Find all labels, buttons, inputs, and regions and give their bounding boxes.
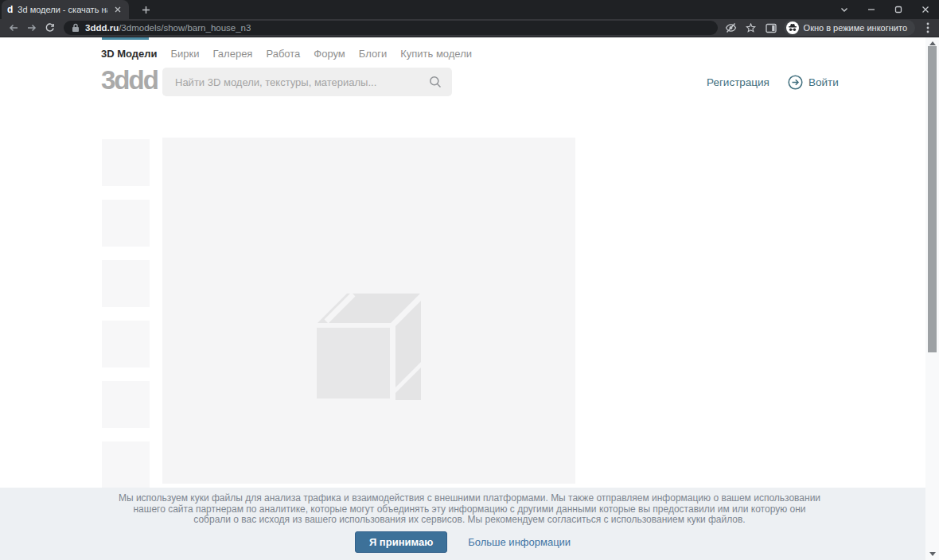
cookie-banner: Мы используем куки файлы для анализа тра… <box>0 488 939 560</box>
new-tab-button[interactable] <box>135 0 156 19</box>
search-bar <box>162 68 452 96</box>
side-panel-icon[interactable] <box>764 21 778 35</box>
incognito-label: Окно в режиме инкогнито <box>804 23 907 33</box>
browser-tab[interactable]: d 3d модели - скачать на 3ddd.ru <box>2 0 129 19</box>
cookie-message: Мы используем куки файлы для анализа тра… <box>115 493 824 526</box>
nav-item-gallery[interactable]: Галерея <box>213 48 253 60</box>
search-icon[interactable] <box>429 76 442 91</box>
back-icon[interactable] <box>4 20 22 36</box>
login-arrow-icon <box>788 75 803 90</box>
site-nav: 3D Модели Бирки Галерея Работа Форум Бло… <box>101 48 472 60</box>
scroll-down-icon[interactable] <box>925 548 939 560</box>
forward-icon[interactable] <box>22 20 41 36</box>
cube-placeholder-icon <box>315 292 423 400</box>
incognito-avatar-icon <box>786 21 799 34</box>
url-domain: 3ddd.ru <box>85 23 119 33</box>
nav-item-work[interactable]: Работа <box>266 48 300 60</box>
browser-menu-icon[interactable] <box>921 21 935 35</box>
auth-area: Регистрация Войти <box>707 68 839 96</box>
eye-slash-icon[interactable] <box>724 21 738 35</box>
more-info-link[interactable]: Больше информации <box>468 536 571 548</box>
bookmark-star-icon[interactable] <box>744 21 758 35</box>
window-controls <box>831 0 939 19</box>
minimize-button[interactable] <box>858 0 885 19</box>
scrollbar-thumb[interactable] <box>928 46 937 352</box>
login-link[interactable]: Войти <box>788 75 839 90</box>
thumbnail-skeleton[interactable] <box>102 260 150 307</box>
site-favicon: d <box>7 5 13 14</box>
thumbnail-skeleton[interactable] <box>102 441 150 488</box>
thumbnail-skeleton[interactable] <box>102 381 150 428</box>
nav-item-blogs[interactable]: Блоги <box>359 48 387 60</box>
thumbnail-skeleton-list <box>102 139 150 488</box>
maximize-button[interactable] <box>885 0 912 19</box>
lock-icon <box>72 23 80 33</box>
browser-toolbar: 3ddd.ru/3dmodels/show/barn_house_n3 <box>0 19 939 37</box>
reload-icon[interactable] <box>41 20 59 36</box>
toolbar-right: Окно в режиме инкогнито <box>724 20 935 36</box>
browser-tab-strip: d 3d модели - скачать на 3ddd.ru <box>0 0 939 19</box>
nav-item-3d-models[interactable]: 3D Модели <box>101 48 158 60</box>
model-preview-panel <box>162 138 575 484</box>
active-nav-indicator <box>102 37 149 40</box>
page-scrollbar[interactable] <box>925 37 939 560</box>
nav-item-buy-models[interactable]: Купить модели <box>400 48 472 60</box>
thumbnail-skeleton[interactable] <box>102 200 150 247</box>
cookie-actions: Я принимаю Больше информации <box>0 531 925 553</box>
address-bar[interactable]: 3ddd.ru/3dmodels/show/barn_house_n3 <box>64 21 718 35</box>
tab-close-icon[interactable] <box>112 4 123 15</box>
accept-cookies-button[interactable]: Я принимаю <box>355 531 447 553</box>
incognito-badge[interactable]: Окно в режиме инкогнито <box>784 20 915 36</box>
browser-window: d 3d модели - скачать на 3ddd.ru <box>0 0 939 560</box>
url-text: 3ddd.ru/3dmodels/show/barn_house_n3 <box>85 23 251 33</box>
thumbnail-skeleton[interactable] <box>102 321 150 368</box>
search-input[interactable] <box>162 68 452 96</box>
tab-title: 3d модели - скачать на 3ddd.ru <box>18 5 107 14</box>
url-path: /3dmodels/show/barn_house_n3 <box>119 23 251 33</box>
login-label: Войти <box>808 76 839 88</box>
site-logo[interactable]: 3ddd <box>101 66 158 95</box>
register-link[interactable]: Регистрация <box>707 76 770 88</box>
nav-item-birki[interactable]: Бирки <box>171 48 200 60</box>
tab-search-icon[interactable] <box>831 0 858 19</box>
page-viewport: 3D Модели Бирки Галерея Работа Форум Бло… <box>0 37 939 560</box>
close-window-button[interactable] <box>912 0 939 19</box>
thumbnail-skeleton[interactable] <box>102 139 150 186</box>
nav-item-forum[interactable]: Форум <box>314 48 345 60</box>
